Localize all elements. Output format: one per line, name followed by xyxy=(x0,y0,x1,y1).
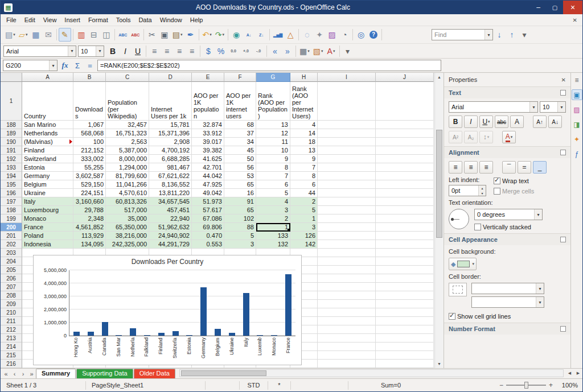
column-header-J[interactable]: J xyxy=(376,73,434,82)
column-header-G[interactable]: G xyxy=(256,73,290,82)
cell-B191[interactable]: 212,152 xyxy=(73,146,106,155)
cell-H189[interactable]: 14 xyxy=(290,129,318,138)
undo-button[interactable]: ↶▾ xyxy=(201,28,214,42)
cell-E193[interactable]: 42.701 xyxy=(192,163,224,172)
row-header-205[interactable]: 205 xyxy=(1,266,22,274)
cell-I193[interactable] xyxy=(318,163,376,172)
cell-G202[interactable]: 132 xyxy=(256,240,290,249)
merge-cells-checkbox[interactable]: Merge cells xyxy=(494,188,534,195)
align-left-button[interactable]: ≡ xyxy=(148,45,161,57)
row-header-196[interactable]: 196 xyxy=(1,189,22,197)
grid-lines-checkbox-box[interactable] xyxy=(449,313,455,320)
last-sheet-icon[interactable] xyxy=(27,369,36,378)
bold-button[interactable]: B xyxy=(106,45,119,57)
clone-formatting-button[interactable]: ✒ xyxy=(184,28,197,42)
cell-J203[interactable] xyxy=(376,249,434,257)
sidebar-font-name-combo[interactable]: Arial xyxy=(449,101,538,113)
align-justify-button[interactable]: ≡ xyxy=(186,45,198,57)
row-header-1[interactable]: 1 xyxy=(1,82,22,121)
cell-J209[interactable] xyxy=(376,300,434,308)
cell-D196[interactable]: 13,811,220 xyxy=(149,189,192,197)
zoom-slider-thumb[interactable] xyxy=(524,382,528,389)
cell-D1[interactable]: Internet Users per 1k xyxy=(149,82,192,121)
indent-up-icon[interactable] xyxy=(479,185,486,191)
find-replace-button[interactable]: ◌ xyxy=(301,28,313,42)
cell-G199[interactable]: 2 xyxy=(256,214,290,223)
cell-E194[interactable]: 44.042 xyxy=(192,172,224,180)
row-header-204[interactable]: 204 xyxy=(1,257,22,266)
section-cell-appearance[interactable]: Cell Appearance xyxy=(444,233,570,245)
font-size-combo[interactable]: 10 xyxy=(78,46,104,57)
select-all-corner[interactable] xyxy=(1,73,22,82)
merge-cells-checkbox-box[interactable] xyxy=(494,188,500,195)
font-name-dropdown-icon[interactable] xyxy=(68,46,76,56)
cell-I188[interactable] xyxy=(318,121,376,129)
find-dropdown-icon[interactable] xyxy=(485,30,492,40)
cell-G201[interactable]: 133 xyxy=(256,232,290,240)
cell-H1[interactable]: Rank (AOO per Internet Users) xyxy=(290,82,318,121)
cell-F1[interactable]: AOO per 1K internet users xyxy=(224,82,256,121)
cell-G198[interactable]: 3 xyxy=(256,206,290,214)
cell-J216[interactable] xyxy=(376,360,434,368)
cell-E199[interactable]: 67.086 xyxy=(192,214,224,223)
equals-button[interactable]: = xyxy=(84,60,96,71)
text-orientation-dial[interactable] xyxy=(449,209,469,229)
row-header-207[interactable]: 207 xyxy=(1,283,22,291)
embedded-chart[interactable]: Downloads Per Country 01,000,0002,000,00… xyxy=(33,255,302,365)
cell-A188[interactable]: San Marino xyxy=(22,121,73,129)
cell-I191[interactable] xyxy=(318,146,376,155)
spelling-button[interactable]: ABC xyxy=(117,28,129,42)
font-color-button[interactable]: A▾ xyxy=(502,131,516,143)
row-header-213[interactable]: 213 xyxy=(1,334,22,343)
cell-B190[interactable]: 100 xyxy=(73,138,106,146)
sidebar-close-icon[interactable] xyxy=(561,76,566,83)
cell-I211[interactable] xyxy=(318,317,376,325)
cell-A194[interactable]: Germany xyxy=(22,172,73,180)
cell-B196[interactable]: 224,151 xyxy=(73,189,106,197)
italic-button[interactable]: I xyxy=(464,115,478,128)
sidebar-gallery-button[interactable]: ◨ xyxy=(572,119,582,130)
cell-G197[interactable]: 4 xyxy=(256,197,290,206)
cell-H197[interactable]: 2 xyxy=(290,197,318,206)
cell-A200[interactable]: France xyxy=(22,223,73,232)
maximize-button[interactable] xyxy=(547,1,563,14)
cell-J204[interactable] xyxy=(376,257,434,266)
cell-B195[interactable]: 529,150 xyxy=(73,180,106,189)
cell-D193[interactable]: 981,467 xyxy=(149,163,192,172)
email-button[interactable]: ✉ xyxy=(42,28,55,42)
zoom-in-icon[interactable] xyxy=(549,381,553,389)
menu-insert[interactable]: Insert xyxy=(60,15,84,24)
cell-F199[interactable]: 102 xyxy=(224,214,256,223)
cell-H198[interactable]: 5 xyxy=(290,206,318,214)
cell-I214[interactable] xyxy=(318,343,376,351)
cell-B188[interactable]: 1,067 xyxy=(73,121,106,129)
cell-E1[interactable]: AOO per 1K population xyxy=(192,82,224,121)
menu-help[interactable]: Help xyxy=(186,15,207,24)
indent-down-icon[interactable] xyxy=(479,191,486,196)
cell-B200[interactable]: 4,561,852 xyxy=(73,223,106,232)
font-color-button[interactable]: A▾ xyxy=(325,45,338,57)
align-right-button[interactable]: ≡ xyxy=(173,45,186,57)
cell-I207[interactable] xyxy=(318,283,376,291)
cell-I199[interactable] xyxy=(318,214,376,223)
cell-background-button[interactable]: ◆ ▾ xyxy=(449,258,477,270)
cell-G189[interactable]: 12 xyxy=(256,129,290,138)
cell-C190[interactable]: 2,563 xyxy=(106,138,149,146)
row-header-212[interactable]: 212 xyxy=(1,325,22,334)
cell-B197[interactable]: 3,160,660 xyxy=(73,197,106,206)
font-size-dropdown-icon[interactable] xyxy=(96,46,104,56)
cut-button[interactable]: ✂ xyxy=(146,28,158,42)
zoom-slider[interactable] xyxy=(506,385,546,386)
row-header-200[interactable]: 200 xyxy=(1,223,22,232)
cell-H195[interactable]: 6 xyxy=(290,180,318,189)
row-header-214[interactable]: 214 xyxy=(1,343,22,351)
cell-J192[interactable] xyxy=(376,155,434,163)
align-center-button[interactable]: ≡ xyxy=(464,161,478,174)
vertical-scrollbar[interactable] xyxy=(434,73,444,368)
vertical-scroll-thumb[interactable] xyxy=(436,130,442,238)
cell-A199[interactable]: Monaco xyxy=(22,214,73,223)
underline-button[interactable]: U▾ xyxy=(479,115,493,128)
row-header-211[interactable]: 211 xyxy=(1,317,22,325)
cell-C202[interactable]: 242,325,000 xyxy=(106,240,149,249)
cell-C195[interactable]: 11,041,266 xyxy=(106,180,149,189)
